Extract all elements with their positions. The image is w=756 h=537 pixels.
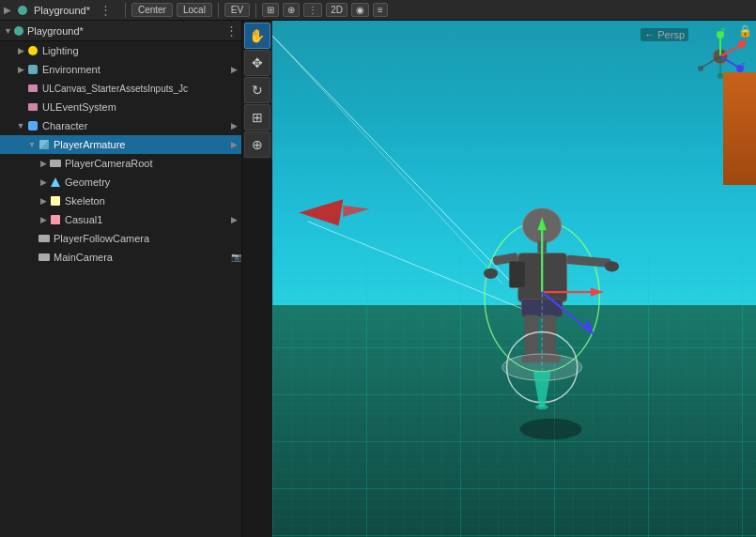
pcr-icon [49, 157, 62, 170]
main-layout: ▼ Playground* ⋮ ▶ Lighting ▶ Environment… [0, 21, 756, 537]
orange-box [723, 72, 756, 185]
persp-label: ← Persp [640, 28, 688, 41]
build-button[interactable]: 2D [326, 3, 347, 17]
tree-item-environment[interactable]: ▶ Environment ▶ [0, 60, 241, 79]
terrain-button[interactable]: ⋮ [303, 3, 322, 17]
view-button[interactable]: ◉ [351, 3, 369, 17]
local-button[interactable]: Local [177, 3, 212, 17]
pcr-expand: ▶ [38, 158, 49, 169]
mc-camera-badge: 📷 [231, 253, 241, 262]
main-toolbar: ▶ Playground* ⋮ Center Local EV ⊞ ⊕ ⋮ 2D… [0, 0, 756, 21]
grid-overlay [272, 253, 756, 538]
pfc-expand: ▶ [26, 233, 38, 244]
sep1 [125, 3, 126, 18]
scene-tree-panel: ▼ Playground* ⋮ ▶ Lighting ▶ Environment… [0, 21, 242, 537]
svg-rect-1 [272, 253, 756, 538]
env-arrow: ▶ [231, 65, 238, 74]
sep2 [218, 3, 219, 18]
expand-icon: ▶ [4, 5, 11, 15]
svg-text:X: X [743, 37, 748, 43]
svg-text:Z: Z [741, 62, 746, 69]
move-tool-button[interactable]: ✋ [244, 23, 270, 49]
pan-tool-button[interactable]: ✥ [244, 50, 270, 76]
grid-button[interactable]: ⊞ [262, 3, 279, 17]
env-icon [26, 63, 39, 76]
toolbar-title: Playground* [34, 5, 90, 16]
root-label: Playground* [27, 25, 84, 37]
world-icon [18, 6, 27, 15]
root-menu-icon[interactable]: ⋮ [225, 23, 238, 38]
mc-expand: ▶ [26, 252, 38, 263]
tree-item-geometry[interactable]: ▶ Geometry [0, 173, 241, 192]
geo-expand: ▶ [38, 176, 49, 188]
geo-icon [49, 176, 62, 189]
pfc-icon [38, 232, 51, 245]
tree-item-playerfollowcamera[interactable]: ▶ PlayerFollowCamera [0, 229, 241, 248]
svg-point-46 [698, 66, 703, 71]
playerarmature-expand: ▼ [26, 139, 38, 150]
rotate-tool-button[interactable]: ↻ [244, 77, 270, 103]
root-world-icon [14, 26, 23, 36]
orientation-gizmo: Y X Z [692, 28, 748, 84]
mc-icon [38, 251, 51, 264]
viewport-scene[interactable]: ← Persp 🔒 Y X [272, 21, 756, 537]
scale-tool-button[interactable]: ⊞ [244, 104, 270, 130]
svg-text:Y: Y [721, 28, 726, 34]
center-button[interactable]: Center [131, 3, 173, 17]
skel-expand: ▶ [38, 195, 49, 207]
tree-item-skeleton[interactable]: ▶ Skeleton [0, 192, 241, 210]
ulcanvas-icon [26, 82, 39, 95]
character-icon [26, 119, 39, 132]
tree-item-ulcanvas[interactable]: ▶ ULCanvas_StarterAssetsInputs_Jc [0, 79, 241, 98]
viewport-panel[interactable]: ✋ ✥ ↻ ⊞ ⊕ [242, 21, 756, 537]
root-expand-icon: ▼ [4, 26, 12, 36]
playground-root[interactable]: ▼ Playground* ⋮ [0, 21, 241, 41]
tree-item-uleventsystem[interactable]: ▶ ULEventSystem [0, 98, 241, 116]
casual1-expand: ▶ [38, 214, 49, 225]
snap-tool-button[interactable]: ⊕ [244, 131, 270, 158]
tool-sidebar: ✋ ✥ ↻ ⊞ ⊕ [242, 21, 272, 160]
tree-item-playercameraroot[interactable]: ▶ PlayerCameraRoot [0, 154, 241, 173]
playerarmature-arrow: ▶ [231, 140, 238, 149]
extra-button[interactable]: ≡ [373, 3, 388, 17]
lighting-expand: ▶ [15, 45, 26, 56]
env-expand: ▶ [15, 64, 26, 75]
uleventsystem-icon [26, 100, 39, 114]
svg-point-44 [717, 73, 723, 79]
tree-item-playerarmature[interactable]: ▼ PlayerArmature ▶ [0, 135, 241, 154]
ulcanvas-expand: ▶ [15, 83, 26, 94]
playerarmature-icon [38, 138, 51, 151]
skel-icon [49, 194, 62, 207]
snap-button[interactable]: ⊕ [283, 3, 300, 17]
toolbar-menu-icon[interactable]: ⋮ [100, 3, 112, 17]
tree-item-maincamera[interactable]: ▶ MainCamera 📷 [0, 248, 241, 267]
tree-item-casual1[interactable]: ▶ Casual1 ▶ [0, 210, 241, 229]
casual1-icon [49, 213, 62, 226]
tree-item-lighting[interactable]: ▶ Lighting [0, 41, 241, 60]
character-arrow: ▶ [231, 121, 238, 130]
tree-item-character[interactable]: ▼ Character ▶ [0, 116, 241, 135]
character-expand: ▼ [15, 120, 26, 131]
casual1-arrow: ▶ [231, 215, 238, 224]
uleventsystem-expand: ▶ [15, 101, 26, 113]
ev-button[interactable]: EV [224, 3, 250, 17]
lighting-icon [26, 44, 39, 57]
sep3 [255, 3, 256, 18]
